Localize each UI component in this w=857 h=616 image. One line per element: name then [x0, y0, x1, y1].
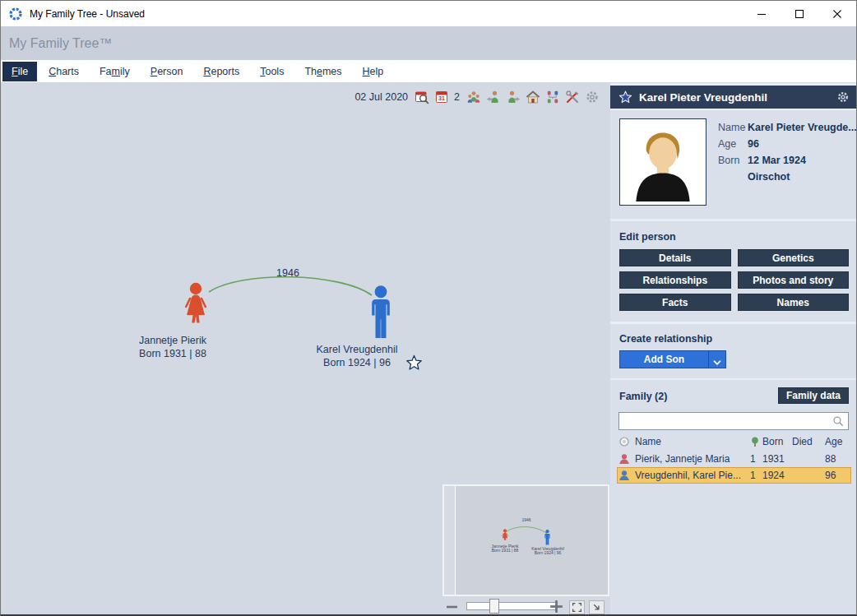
detail-label: Born [718, 155, 748, 166]
create-relationship-section: Create relationship Add Son [610, 324, 857, 378]
maximize-icon [794, 9, 804, 19]
menu-item-help[interactable]: Help [354, 62, 393, 81]
tree-icon[interactable] [750, 437, 760, 447]
minimize-button[interactable] [743, 1, 781, 26]
family-table-row[interactable]: Vreugdenhil, Karel Pie...1192496 [617, 467, 851, 484]
zoom-in-button[interactable] [549, 600, 564, 615]
row-age: 96 [825, 470, 848, 481]
family-table: Name Born Died Age Pierik, Jannetje Mari… [617, 434, 851, 484]
favorite-star-icon[interactable] [618, 90, 632, 104]
header-age[interactable]: Age [825, 436, 848, 447]
minimap[interactable]: 1946 Jannetje PierikBorn 1931 | 88 Karel… [442, 484, 609, 596]
family-heading: Family (2) [619, 391, 667, 402]
figure-female-icon [178, 282, 214, 331]
person-detail-row: Oirschot [718, 169, 857, 185]
close-button[interactable] [818, 1, 856, 26]
selected-person-star-icon [405, 354, 423, 372]
details-button[interactable]: Details [619, 249, 731, 266]
person-labels: Jannetje Pierik Born 1931 | 88 [107, 334, 239, 360]
row-generation: 1 [750, 453, 762, 465]
person-detail-row: Age96 [718, 136, 857, 152]
maximize-button[interactable] [781, 1, 818, 26]
facts-button[interactable]: Facts [619, 294, 731, 311]
add-son-split-button: Add Son [619, 350, 726, 368]
header-name[interactable]: Name [635, 436, 750, 447]
photos-and-story-button[interactable]: Photos and story [738, 271, 850, 289]
header-born[interactable]: Born [762, 436, 792, 447]
person-node-jannetje[interactable]: Jannetje Pierik Born 1931 | 88 [107, 282, 285, 361]
person-detail-row: Born12 Mar 1924 [718, 152, 857, 169]
person-detail: Born 1924 | 96 [291, 356, 423, 369]
menu-item-file[interactable]: File [2, 62, 37, 81]
edit-person-buttons: DetailsGeneticsRelationshipsPhotos and s… [619, 249, 849, 311]
family-group-icon[interactable] [466, 90, 481, 104]
add-son-button[interactable]: Add Son [619, 350, 708, 368]
detail-value: Karel Pieter Vreugde... [748, 122, 857, 133]
title-bar: My Family Tree - Unsaved [1, 1, 856, 26]
menu-bar: FileChartsFamilyPersonReportsToolsThemes… [1, 60, 856, 83]
row-generation: 1 [750, 470, 762, 481]
create-relationship-heading: Create relationship [619, 333, 712, 345]
genetics-button[interactable]: Genetics [738, 249, 850, 266]
detail-label: Age [718, 138, 748, 150]
tree-chart-icon[interactable] [545, 90, 560, 104]
tree-canvas[interactable]: 02 Jul 2020312 1946 Jannetje Pierik Born… [1, 83, 610, 616]
chevron-down-icon [713, 356, 721, 363]
person-name: Jannetje Pierik [107, 334, 239, 347]
person-previous-icon[interactable] [486, 90, 501, 104]
detail-value: 96 [748, 138, 759, 150]
tools-icon[interactable] [565, 90, 580, 104]
row-name: Pierik, Jannetje Maria [635, 453, 750, 465]
zoom-slider-thumb[interactable] [489, 599, 499, 614]
svg-text:31: 31 [438, 95, 445, 102]
fit-to-view-button[interactable] [569, 600, 585, 614]
minimap-figure-male-icon [542, 530, 553, 545]
relationships-button[interactable]: Relationships [619, 271, 731, 289]
current-date: 02 Jul 2020 [354, 91, 410, 103]
pan-to-selection-button[interactable] [589, 600, 605, 614]
settings-gear-icon[interactable] [585, 90, 600, 104]
person-next-icon[interactable] [506, 90, 521, 104]
menu-item-reports[interactable]: Reports [194, 62, 248, 81]
person-node-karel[interactable]: Karel Vreugdenhil Born 1924 | 96 [291, 285, 469, 374]
zoom-out-button[interactable] [445, 600, 460, 615]
window-title: My Family Tree - Unsaved [30, 8, 145, 20]
family-search-input[interactable] [619, 415, 832, 427]
panel-header: Karel Pieter Vreugdenhil [610, 86, 857, 109]
add-son-dropdown-toggle[interactable] [708, 350, 726, 368]
family-section: Family (2) Family data Name Born Died Ag… [610, 380, 857, 616]
row-name: Vreugdenhil, Karel Pie... [635, 470, 750, 481]
menu-item-themes[interactable]: Themes [295, 62, 350, 81]
person-bust-male-icon [618, 470, 630, 481]
radio-icon[interactable] [618, 436, 630, 447]
family-search-box [618, 412, 849, 430]
marriage-year-label: 1946 [255, 267, 321, 279]
person-photo[interactable] [619, 118, 706, 206]
close-icon [832, 9, 842, 19]
family-data-button[interactable]: Family data [778, 387, 849, 404]
menu-item-tools[interactable]: Tools [251, 62, 293, 81]
person-detail: Born 1931 | 88 [107, 347, 239, 360]
zoom-slider[interactable] [466, 602, 558, 610]
menu-item-family[interactable]: Family [90, 62, 139, 81]
panel-settings-gear-icon[interactable] [836, 90, 850, 104]
menu-item-person[interactable]: Person [141, 62, 192, 81]
header-died[interactable]: Died [792, 436, 825, 447]
minimap-person-label: Jannetje PierikBorn 1931 | 88 [482, 544, 528, 553]
menu-item-charts[interactable]: Charts [39, 62, 88, 81]
edit-person-section: Edit person DetailsGeneticsRelationships… [610, 221, 857, 322]
calendar-icon[interactable]: 31 [434, 90, 449, 104]
person-side-panel: Karel Pieter Vreugdenhil NameKarel Piete… [610, 83, 857, 616]
row-born: 1924 [762, 470, 792, 481]
person-details: NameKarel Pieter Vreugde...Age96Born12 M… [718, 119, 857, 185]
names-button[interactable]: Names [738, 294, 850, 311]
canvas-toolbar: 02 Jul 2020312 [354, 89, 600, 105]
pan-view-icon [591, 602, 602, 613]
home-icon[interactable] [526, 90, 540, 104]
figure-male-icon [363, 285, 399, 340]
family-table-row[interactable]: Pierik, Jannetje Maria1193188 [617, 451, 851, 467]
detail-label: Name [718, 122, 748, 133]
date-search-icon[interactable] [415, 90, 429, 104]
minimize-icon [757, 9, 767, 19]
row-born: 1931 [762, 453, 792, 465]
